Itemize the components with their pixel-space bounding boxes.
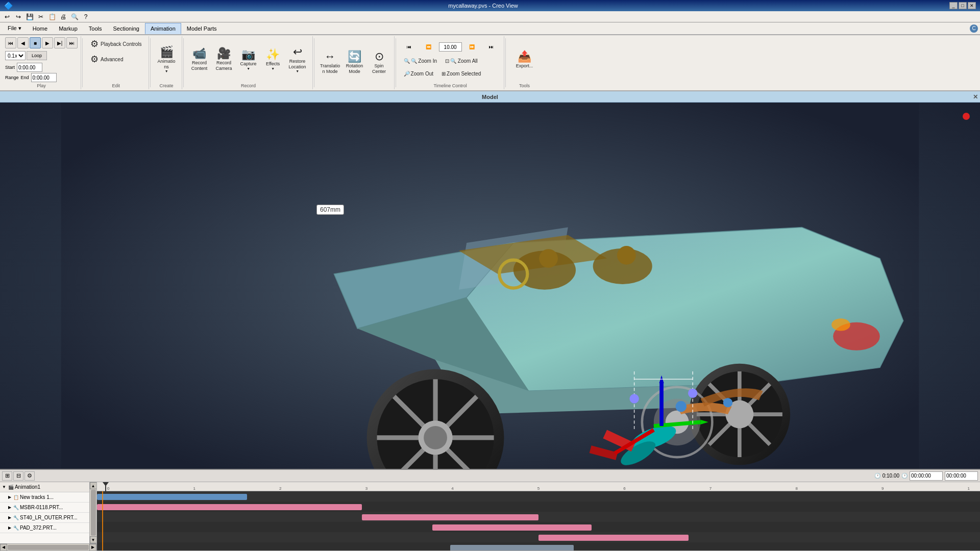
timeline-bar-3[interactable] xyxy=(432,524,591,531)
record-camera-button[interactable]: 🎥 Record Camera xyxy=(212,45,236,74)
loop-button[interactable]: Loop xyxy=(27,51,47,60)
zoom-selected-icon: ⊞ xyxy=(442,71,446,77)
ribbon-sep-6 xyxy=(505,38,506,87)
rotation-mode-button[interactable]: 🔄 Rotation Mode xyxy=(343,48,366,77)
qa-undo-button[interactable]: ↩ xyxy=(2,12,12,21)
track-expand-icon-5: ▶ xyxy=(8,525,11,530)
maximize-button[interactable]: □ xyxy=(959,2,967,9)
svg-point-35 xyxy=(676,401,687,412)
tracks-panel-hscroll[interactable]: ◀ ▶ xyxy=(0,543,96,550)
timeline-bar-5[interactable] xyxy=(450,545,574,550)
qa-redo-button[interactable]: ↪ xyxy=(13,12,23,21)
start-label: Start xyxy=(5,65,15,70)
record-content-label: Record Content xyxy=(189,60,210,71)
translation-mode-icon: ↔ xyxy=(325,51,336,62)
zoom-selected-button[interactable]: ⊞ Zoom Selected xyxy=(438,68,484,79)
ribbon: ⏮ ◀ ■ ▶ ▶| ⏭ 0.1x 0.5x 1x 2x Loop xyxy=(0,35,980,91)
end-time-input2[interactable] xyxy=(945,471,978,481)
qa-copy-button[interactable]: 📋 xyxy=(47,12,57,21)
vscroll-up-button[interactable]: ▲ xyxy=(90,482,97,489)
start-time-input[interactable] xyxy=(17,63,42,72)
vscroll-thumb[interactable] xyxy=(91,490,96,536)
clock2-icon: 🕐 xyxy=(901,473,908,479)
ribbon-content: ⏮ ◀ ■ ▶ ▶| ⏭ 0.1x 0.5x 1x 2x Loop xyxy=(0,35,980,90)
track-item-icon-4: 🔧 xyxy=(13,525,19,531)
timeline-bar-2[interactable] xyxy=(362,514,538,520)
animations-dropdown-icon: ▼ xyxy=(165,69,168,73)
vscroll-down-button[interactable]: ▼ xyxy=(90,536,97,543)
ruler-mark-1: 1 xyxy=(193,486,195,491)
qa-find-button[interactable]: 🔍 xyxy=(69,12,80,21)
ribbon-sep-3 xyxy=(183,38,184,87)
spin-center-button[interactable]: ⊙ Spin Center xyxy=(368,48,391,77)
menu-sectioning[interactable]: Sectioning xyxy=(108,23,145,34)
ribbon-group-record: 📹 Record Content 🎥 Record Camera 📷 Captu… xyxy=(185,36,313,89)
advanced-button[interactable]: ⚙ Advanced xyxy=(87,53,127,66)
track-msbr[interactable]: ▶ 🔧 MSBR-0118.PRT... xyxy=(0,503,89,513)
track-new-tracks[interactable]: ▶ 📋 New tracks 1... xyxy=(0,492,89,503)
tl-delete-track-button[interactable]: ⊟ xyxy=(13,471,23,481)
current-time-input[interactable] xyxy=(910,471,943,481)
timeline-end-button[interactable]: ⏭ xyxy=(482,40,501,54)
app-icon: 🔷 xyxy=(4,2,13,10)
tl-add-track-button[interactable]: ⊞ xyxy=(2,471,12,481)
play-play-button[interactable]: ▶ xyxy=(42,37,53,48)
zoom-out-button[interactable]: 🔎 Zoom Out xyxy=(400,68,437,79)
qa-print-button[interactable]: 🖨 xyxy=(58,12,68,21)
viewport-close-button[interactable]: ✕ xyxy=(973,93,978,101)
qa-save-button[interactable]: 💾 xyxy=(24,12,35,21)
export-button[interactable]: 📤 Export... xyxy=(513,45,536,74)
hscroll-thumb[interactable] xyxy=(8,545,89,550)
ribbon-group-play: ⏮ ◀ ■ ▶ ▶| ⏭ 0.1x 0.5x 1x 2x Loop xyxy=(2,36,81,89)
record-content-button[interactable]: 📹 Record Content xyxy=(188,45,211,74)
effects-button[interactable]: ✨ Effects ▼ xyxy=(261,45,285,74)
play-prev-frame-button[interactable]: ◀ xyxy=(17,37,29,48)
minimize-button[interactable]: _ xyxy=(949,2,958,9)
tl-settings-button[interactable]: ⚙ xyxy=(24,471,35,481)
qa-help-button[interactable]: ? xyxy=(81,12,91,21)
tracks-panel-vscroll[interactable]: ▲ ▼ xyxy=(89,482,96,543)
track-pad[interactable]: ▶ 🔧 PAD_372.PRT... xyxy=(0,523,89,533)
timeline-next-button[interactable]: ⏩ xyxy=(463,40,481,54)
zoom-in-label: 🔍 Zoom In xyxy=(411,58,437,64)
hscroll-right-button[interactable]: ▶ xyxy=(89,544,96,551)
play-next-key-button[interactable]: ⏭ xyxy=(66,37,78,48)
speed-select[interactable]: 0.1x 0.5x 1x 2x xyxy=(5,51,26,60)
restore-location-button[interactable]: ↩ Restore Location ▼ xyxy=(286,45,309,75)
menu-model-parts[interactable]: Model Parts xyxy=(181,23,223,34)
menu-animation[interactable]: Animation xyxy=(145,23,181,34)
close-button[interactable]: ✕ xyxy=(968,2,976,9)
ribbon-sep-2 xyxy=(150,38,151,87)
timeline-tracks-canvas[interactable] xyxy=(97,491,980,550)
timeline-start-button[interactable]: ⏮ xyxy=(400,40,419,54)
timeline-time-input[interactable] xyxy=(439,42,462,52)
play-next-frame-button[interactable]: ▶| xyxy=(54,37,65,48)
qa-cut-button[interactable]: ✂ xyxy=(36,12,46,21)
end-time-input[interactable] xyxy=(31,73,57,82)
playback-controls-button[interactable]: ⚙ Playback Controls xyxy=(87,37,145,51)
timeline-bar-1[interactable] xyxy=(97,504,362,510)
play-prev-key-button[interactable]: ⏮ xyxy=(5,37,16,48)
timeline-ruler[interactable]: 0 1 2 3 4 5 6 7 8 9 1 xyxy=(97,482,980,491)
viewport-canvas[interactable]: 607mm xyxy=(0,103,980,469)
timeline-bar-0[interactable] xyxy=(97,494,247,500)
translation-mode-button[interactable]: ↔ Translation Mode xyxy=(318,48,342,77)
zoom-in-button[interactable]: 🔍 🔍 Zoom In xyxy=(400,55,440,66)
export-icon: 📤 xyxy=(518,51,531,62)
menu-file[interactable]: File ▾ xyxy=(2,23,27,34)
end-label: End xyxy=(21,75,29,80)
play-stop-button[interactable]: ■ xyxy=(30,37,41,48)
capture-button[interactable]: 📷 Capture ▼ xyxy=(237,45,260,74)
timeline-bar-4[interactable] xyxy=(538,535,689,541)
track-animation1[interactable]: ▼ 🎬 Animation1 xyxy=(0,482,89,492)
menu-home[interactable]: Home xyxy=(27,23,53,34)
track-expand-icon: ▼ xyxy=(2,485,6,489)
range-label: Range xyxy=(5,75,19,80)
animations-button[interactable]: 🎬 Animations ▼ xyxy=(155,45,178,75)
hscroll-left-button[interactable]: ◀ xyxy=(0,544,7,551)
menu-tools[interactable]: Tools xyxy=(83,23,108,34)
zoom-all-button[interactable]: ⊡ 🔍 Zoom All xyxy=(442,55,481,66)
track-st40[interactable]: ▶ 🔧 ST40_LR_OUTER.PRT... xyxy=(0,513,89,523)
menu-markup[interactable]: Markup xyxy=(53,23,83,34)
timeline-prev-button[interactable]: ⏪ xyxy=(420,40,438,54)
